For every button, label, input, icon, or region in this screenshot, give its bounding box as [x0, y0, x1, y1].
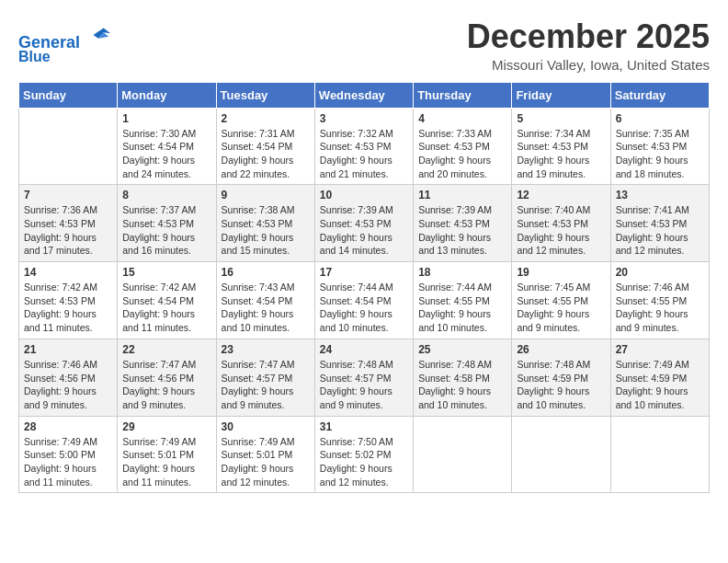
day-info: Sunrise: 7:48 AM Sunset: 4:58 PM Dayligh… — [418, 358, 506, 412]
day-info: Sunrise: 7:47 AM Sunset: 4:57 PM Dayligh… — [222, 358, 310, 412]
day-info: Sunrise: 7:40 AM Sunset: 4:53 PM Dayligh… — [517, 203, 605, 258]
day-info: Sunrise: 7:43 AM Sunset: 4:54 PM Dayligh… — [222, 281, 310, 335]
day-info: Sunrise: 7:48 AM Sunset: 4:59 PM Dayligh… — [517, 358, 605, 412]
day-number: 21 — [24, 343, 112, 356]
day-number: 29 — [122, 420, 210, 433]
calendar-cell: 2Sunrise: 7:31 AM Sunset: 4:54 PM Daylig… — [216, 108, 314, 185]
day-number: 15 — [122, 266, 210, 279]
day-number: 11 — [418, 189, 506, 201]
day-number: 7 — [24, 189, 112, 201]
day-number: 22 — [122, 343, 210, 356]
day-info: Sunrise: 7:46 AM Sunset: 4:55 PM Dayligh… — [616, 281, 704, 335]
day-info: Sunrise: 7:42 AM Sunset: 4:53 PM Dayligh… — [24, 281, 112, 335]
week-row-5: 28Sunrise: 7:49 AM Sunset: 5:00 PM Dayli… — [19, 416, 710, 493]
day-info: Sunrise: 7:31 AM Sunset: 4:54 PM Dayligh… — [222, 127, 310, 181]
header-friday: Friday — [512, 82, 610, 108]
calendar-cell: 19Sunrise: 7:45 AM Sunset: 4:55 PM Dayli… — [512, 262, 610, 339]
title-area: December 2025 Missouri Valley, Iowa, Uni… — [467, 18, 710, 73]
calendar-cell: 3Sunrise: 7:32 AM Sunset: 4:53 PM Daylig… — [314, 108, 413, 185]
header-wednesday: Wednesday — [314, 82, 413, 108]
header-thursday: Thursday — [414, 82, 512, 108]
calendar-cell: 20Sunrise: 7:46 AM Sunset: 4:55 PM Dayli… — [610, 262, 709, 339]
calendar-header-row: SundayMondayTuesdayWednesdayThursdayFrid… — [19, 82, 710, 108]
day-info: Sunrise: 7:35 AM Sunset: 4:53 PM Dayligh… — [616, 127, 704, 181]
day-info: Sunrise: 7:44 AM Sunset: 4:55 PM Dayligh… — [418, 281, 506, 335]
day-info: Sunrise: 7:37 AM Sunset: 4:53 PM Dayligh… — [122, 203, 210, 258]
day-info: Sunrise: 7:32 AM Sunset: 4:53 PM Dayligh… — [320, 127, 408, 181]
calendar-cell: 24Sunrise: 7:48 AM Sunset: 4:57 PM Dayli… — [314, 339, 413, 416]
calendar-cell: 1Sunrise: 7:30 AM Sunset: 4:54 PM Daylig… — [118, 108, 216, 185]
day-number: 17 — [320, 266, 408, 279]
header-tuesday: Tuesday — [216, 82, 314, 108]
day-info: Sunrise: 7:39 AM Sunset: 4:53 PM Dayligh… — [320, 203, 408, 258]
week-row-1: 1Sunrise: 7:30 AM Sunset: 4:54 PM Daylig… — [19, 108, 710, 185]
header-sunday: Sunday — [19, 82, 118, 108]
day-info: Sunrise: 7:48 AM Sunset: 4:57 PM Dayligh… — [320, 358, 408, 412]
location: Missouri Valley, Iowa, United States — [467, 57, 710, 73]
day-number: 2 — [222, 112, 310, 125]
calendar-cell: 14Sunrise: 7:42 AM Sunset: 4:53 PM Dayli… — [19, 262, 118, 339]
day-number: 28 — [24, 420, 112, 433]
calendar-cell: 11Sunrise: 7:39 AM Sunset: 4:53 PM Dayli… — [414, 185, 512, 262]
calendar-cell — [610, 416, 709, 493]
day-info: Sunrise: 7:30 AM Sunset: 4:54 PM Dayligh… — [122, 127, 210, 181]
day-info: Sunrise: 7:49 AM Sunset: 5:00 PM Dayligh… — [24, 435, 112, 489]
day-number: 23 — [222, 343, 310, 356]
calendar-cell: 23Sunrise: 7:47 AM Sunset: 4:57 PM Dayli… — [216, 339, 314, 416]
calendar-cell: 30Sunrise: 7:49 AM Sunset: 5:01 PM Dayli… — [216, 416, 314, 493]
calendar-cell: 18Sunrise: 7:44 AM Sunset: 4:55 PM Dayli… — [414, 262, 512, 339]
day-number: 31 — [320, 420, 408, 433]
day-info: Sunrise: 7:34 AM Sunset: 4:53 PM Dayligh… — [517, 127, 605, 181]
calendar-table: SundayMondayTuesdayWednesdayThursdayFrid… — [18, 82, 710, 494]
week-row-2: 7Sunrise: 7:36 AM Sunset: 4:53 PM Daylig… — [19, 185, 710, 262]
day-number: 9 — [222, 189, 310, 201]
calendar-cell: 17Sunrise: 7:44 AM Sunset: 4:54 PM Dayli… — [314, 262, 413, 339]
day-number: 10 — [320, 189, 408, 201]
calendar-cell: 9Sunrise: 7:38 AM Sunset: 4:53 PM Daylig… — [216, 185, 314, 262]
logo: General Blue — [18, 22, 112, 64]
day-number: 13 — [616, 189, 704, 201]
calendar-cell — [414, 416, 512, 493]
day-number: 12 — [517, 189, 605, 201]
calendar-cell — [512, 416, 610, 493]
day-info: Sunrise: 7:39 AM Sunset: 4:53 PM Dayligh… — [418, 203, 506, 258]
day-number: 27 — [616, 343, 704, 356]
day-info: Sunrise: 7:36 AM Sunset: 4:53 PM Dayligh… — [24, 203, 112, 258]
logo-bird-icon — [86, 22, 112, 48]
day-info: Sunrise: 7:41 AM Sunset: 4:53 PM Dayligh… — [616, 203, 704, 258]
day-number: 5 — [517, 112, 605, 125]
calendar-cell: 26Sunrise: 7:48 AM Sunset: 4:59 PM Dayli… — [512, 339, 610, 416]
header-saturday: Saturday — [610, 82, 709, 108]
week-row-3: 14Sunrise: 7:42 AM Sunset: 4:53 PM Dayli… — [19, 262, 710, 339]
calendar-cell: 25Sunrise: 7:48 AM Sunset: 4:58 PM Dayli… — [414, 339, 512, 416]
calendar-cell: 21Sunrise: 7:46 AM Sunset: 4:56 PM Dayli… — [19, 339, 118, 416]
calendar-cell: 16Sunrise: 7:43 AM Sunset: 4:54 PM Dayli… — [216, 262, 314, 339]
day-number: 24 — [320, 343, 408, 356]
day-info: Sunrise: 7:49 AM Sunset: 5:01 PM Dayligh… — [222, 435, 310, 489]
day-info: Sunrise: 7:44 AM Sunset: 4:54 PM Dayligh… — [320, 281, 408, 335]
day-number: 26 — [517, 343, 605, 356]
calendar-cell: 8Sunrise: 7:37 AM Sunset: 4:53 PM Daylig… — [118, 185, 216, 262]
calendar-cell: 12Sunrise: 7:40 AM Sunset: 4:53 PM Dayli… — [512, 185, 610, 262]
day-number: 18 — [418, 266, 506, 279]
calendar-cell: 6Sunrise: 7:35 AM Sunset: 4:53 PM Daylig… — [610, 108, 709, 185]
calendar-cell — [19, 108, 118, 185]
day-info: Sunrise: 7:38 AM Sunset: 4:53 PM Dayligh… — [222, 203, 310, 258]
calendar-cell: 27Sunrise: 7:49 AM Sunset: 4:59 PM Dayli… — [610, 339, 709, 416]
day-number: 19 — [517, 266, 605, 279]
calendar-cell: 22Sunrise: 7:47 AM Sunset: 4:56 PM Dayli… — [118, 339, 216, 416]
day-info: Sunrise: 7:45 AM Sunset: 4:55 PM Dayligh… — [517, 281, 605, 335]
day-info: Sunrise: 7:47 AM Sunset: 4:56 PM Dayligh… — [122, 358, 210, 412]
day-number: 16 — [222, 266, 310, 279]
day-number: 8 — [122, 189, 210, 201]
month-title: December 2025 — [467, 18, 710, 55]
calendar-cell: 7Sunrise: 7:36 AM Sunset: 4:53 PM Daylig… — [19, 185, 118, 262]
calendar-cell: 29Sunrise: 7:49 AM Sunset: 5:01 PM Dayli… — [118, 416, 216, 493]
day-number: 6 — [616, 112, 704, 125]
page-header: General Blue December 2025 Missouri Vall… — [18, 18, 710, 73]
day-number: 4 — [418, 112, 506, 125]
logo-text: General — [18, 22, 112, 52]
calendar-cell: 15Sunrise: 7:42 AM Sunset: 4:54 PM Dayli… — [118, 262, 216, 339]
calendar-cell: 5Sunrise: 7:34 AM Sunset: 4:53 PM Daylig… — [512, 108, 610, 185]
day-info: Sunrise: 7:50 AM Sunset: 5:02 PM Dayligh… — [320, 435, 408, 489]
